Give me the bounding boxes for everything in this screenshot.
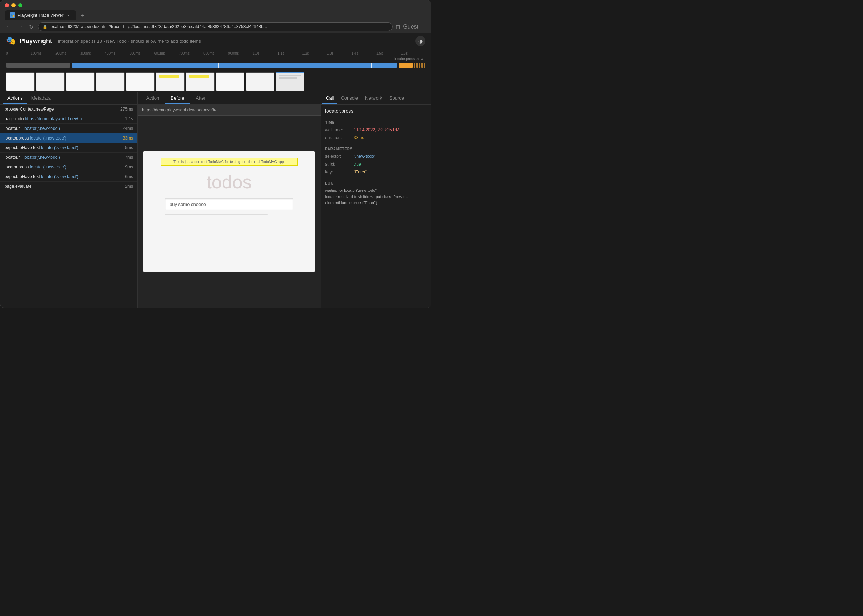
thumbnail-8[interactable] (216, 72, 244, 91)
tab-action[interactable]: Action (141, 93, 165, 104)
window-icon[interactable]: ⊡ (395, 24, 400, 30)
back-button[interactable]: ← (5, 23, 13, 31)
action-duration-4: 5ms (121, 145, 133, 150)
action-item-7[interactable]: expect.toHaveText locator('.view label')… (0, 172, 137, 182)
thumbnail-1[interactable] (6, 72, 35, 91)
action-name-6: locator.press locator('.new-todo') (5, 165, 118, 170)
tab-console[interactable]: Console (337, 93, 362, 104)
maximize-button[interactable] (18, 3, 22, 8)
strict-value: true (354, 161, 361, 167)
wall-time-label: wall time: (325, 127, 354, 133)
browser-tab[interactable]: 🎭 Playwright Trace Viewer × (5, 10, 76, 20)
duration-value: 33ms (354, 135, 364, 141)
key-row: key: "Enter" (325, 169, 427, 175)
new-tab-button[interactable]: + (78, 11, 88, 20)
action-duration-1: 1.1s (121, 116, 133, 121)
more-options-icon[interactable]: ⋮ (421, 24, 427, 30)
key-label: key: (325, 169, 354, 175)
app-title: Playwright (20, 38, 52, 45)
refresh-button[interactable]: ↻ (27, 23, 35, 31)
track-marker-2 (371, 63, 372, 68)
action-locator-6: locator('.new-todo') (30, 165, 66, 170)
preview-url-text: https://demo.playwright.dev/todomvc/#/ (142, 107, 216, 112)
action-name-7: expect.toHaveText locator('.view label') (5, 174, 118, 179)
strict-row: strict: true (325, 161, 427, 167)
todo-list-line-2 (165, 217, 242, 217)
track-gray-segment (6, 63, 70, 68)
left-panel: Actions Metadata browserContext.newPage … (0, 93, 138, 308)
ruler-mark-1-1: 1.1s (277, 51, 302, 55)
minimize-button[interactable] (11, 3, 16, 8)
thumbnail-4[interactable] (96, 72, 124, 91)
thumbnail-10[interactable] (276, 72, 305, 91)
address-text: localhost:9323/trace/index.html?trace=ht… (50, 24, 267, 29)
forward-button[interactable]: → (16, 23, 25, 31)
action-name-0: browserContext.newPage (5, 107, 118, 112)
timeline-track[interactable] (0, 61, 431, 69)
params-section-header: PARAMETERS (325, 145, 427, 151)
center-panel-tabs: Action Before After (138, 93, 321, 105)
track-blue-segment (72, 63, 397, 68)
ruler-mark-1-2: 1.2s (302, 51, 327, 55)
ruler-mark-1-4: 1.4s (352, 51, 376, 55)
thumbnail-3[interactable] (66, 72, 94, 91)
time-section-header: TIME (325, 118, 427, 124)
action-list: browserContext.newPage 275ms page.goto h… (0, 105, 137, 308)
action-item-2[interactable]: locator.fill locator('.new-todo') 24ms (0, 124, 137, 134)
action-item-6[interactable]: locator.press locator('.new-todo') 9ms (0, 162, 137, 172)
tab-close-button[interactable]: × (66, 13, 71, 18)
timeline-ruler: 0 100ms 200ms 300ms 400ms 500ms 600ms 70… (0, 51, 431, 56)
stripe-3 (419, 63, 420, 68)
tab-after[interactable]: After (190, 93, 211, 104)
address-bar[interactable]: 🔒 localhost:9323/trace/index.html?trace=… (38, 22, 393, 31)
wall-time-row: wall time: 11/14/2022, 2:38:25 PM (325, 127, 427, 133)
stripe-4 (421, 63, 423, 68)
todo-input-field[interactable] (165, 198, 293, 210)
thumbnail-2[interactable] (36, 72, 64, 91)
action-name-5: locator.fill locator('.new-todo') (5, 155, 118, 160)
action-item-0[interactable]: browserContext.newPage 275ms (0, 105, 137, 114)
center-panel: Action Before After https://demo.playwri… (138, 93, 321, 308)
todo-app-title: todos (206, 171, 252, 193)
ruler-mark-300: 300ms (80, 51, 105, 55)
action-item-8[interactable]: page.evaluate 2ms (0, 182, 137, 191)
user-profile-button[interactable]: Guest (403, 24, 418, 30)
ruler-mark-900: 900ms (228, 51, 253, 55)
key-value: "Enter" (354, 169, 367, 175)
thumbnail-5[interactable] (126, 72, 154, 91)
action-duration-2: 24ms (121, 126, 133, 131)
ruler-mark-1-5: 1.5s (376, 51, 401, 55)
thumbnail-7[interactable] (186, 72, 214, 91)
stripe-1 (413, 63, 415, 68)
action-item-3[interactable]: locator.press locator('.new-todo') 33ms (0, 134, 137, 143)
action-item-4[interactable]: expect.toHaveText locator('.view label')… (0, 143, 137, 153)
todo-list-preview (165, 214, 293, 219)
action-item-1[interactable]: page.goto https://demo.playwright.dev/to… (0, 114, 137, 124)
strict-label: strict: (325, 161, 354, 167)
tab-call[interactable]: Call (322, 93, 337, 104)
action-locator-7: locator('.view label') (41, 174, 79, 179)
theme-toggle-button[interactable]: ◑ (415, 36, 426, 46)
tab-source[interactable]: Source (386, 93, 407, 104)
tab-before[interactable]: Before (165, 93, 190, 104)
wall-time-value: 11/14/2022, 2:38:25 PM (354, 127, 399, 133)
ruler-mark-100: 100ms (31, 51, 55, 55)
action-duration-5: 7ms (121, 155, 133, 160)
address-row: ← → ↻ 🔒 localhost:9323/trace/index.html?… (0, 20, 431, 33)
selector-row: selector: ".new-todo" (325, 153, 427, 160)
action-item-5[interactable]: locator.fill locator('.new-todo') 7ms (0, 153, 137, 162)
tab-actions[interactable]: Actions (3, 93, 27, 104)
ruler-mark-1-3: 1.3s (327, 51, 352, 55)
action-duration-8: 2ms (121, 184, 133, 189)
app-header: 🎭 Playwright integration.spec.ts:18 › Ne… (0, 33, 431, 49)
indicator-label: locator.press .new-t (395, 57, 426, 61)
thumbnail-6[interactable] (156, 72, 184, 91)
track-marker-1 (218, 63, 219, 68)
tab-network[interactable]: Network (362, 93, 386, 104)
tab-metadata[interactable]: Metadata (27, 93, 55, 104)
close-button[interactable] (5, 3, 9, 8)
traffic-lights (5, 3, 427, 8)
thumbnail-9[interactable] (246, 72, 275, 91)
call-title: locator.press (325, 108, 427, 114)
action-duration-7: 6ms (121, 174, 133, 179)
